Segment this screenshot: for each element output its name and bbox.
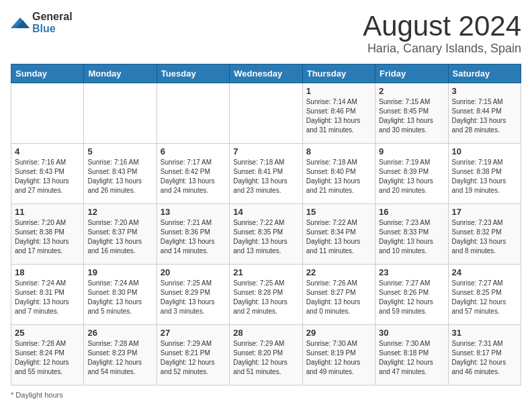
logo-text: General Blue — [32, 11, 73, 35]
header-wednesday: Wednesday — [230, 64, 302, 83]
cell-1-6: 10Sunrise: 7:19 AM Sunset: 8:38 PM Dayli… — [448, 144, 521, 204]
cell-0-3 — [230, 83, 302, 144]
info-3-1: Sunrise: 7:24 AM Sunset: 8:30 PM Dayligh… — [87, 279, 152, 316]
date-3-2: 20 — [161, 267, 226, 277]
header-tuesday: Tuesday — [157, 64, 229, 83]
info-4-3: Sunrise: 7:29 AM Sunset: 8:20 PM Dayligh… — [233, 339, 298, 377]
info-4-1: Sunrise: 7:28 AM Sunset: 8:23 PM Dayligh… — [87, 339, 152, 377]
logo-blue: Blue — [32, 23, 56, 34]
info-0-4: Sunrise: 7:14 AM Sunset: 8:46 PM Dayligh… — [306, 97, 371, 135]
date-4-2: 27 — [161, 328, 226, 338]
date-3-3: 21 — [233, 267, 298, 277]
info-3-4: Sunrise: 7:26 AM Sunset: 8:27 PM Dayligh… — [306, 279, 371, 316]
date-1-2: 6 — [161, 146, 226, 156]
cell-1-0: 4Sunrise: 7:16 AM Sunset: 8:43 PM Daylig… — [11, 144, 84, 204]
info-4-4: Sunrise: 7:30 AM Sunset: 8:19 PM Dayligh… — [306, 339, 371, 377]
date-0-6: 3 — [452, 86, 517, 96]
date-2-1: 12 — [87, 207, 152, 217]
cell-0-6: 3Sunrise: 7:15 AM Sunset: 8:44 PM Daylig… — [448, 83, 521, 144]
week-row-5: 25Sunrise: 7:28 AM Sunset: 8:24 PM Dayli… — [11, 325, 521, 385]
logo-general: General — [32, 11, 73, 22]
cell-1-3: 7Sunrise: 7:18 AM Sunset: 8:41 PM Daylig… — [230, 144, 302, 204]
info-2-2: Sunrise: 7:21 AM Sunset: 8:36 PM Dayligh… — [161, 218, 226, 256]
info-3-2: Sunrise: 7:25 AM Sunset: 8:29 PM Dayligh… — [161, 279, 226, 316]
date-3-4: 22 — [306, 267, 371, 277]
cell-1-5: 9Sunrise: 7:19 AM Sunset: 8:39 PM Daylig… — [375, 144, 448, 204]
info-2-4: Sunrise: 7:22 AM Sunset: 8:34 PM Dayligh… — [306, 218, 371, 256]
cell-3-4: 22Sunrise: 7:26 AM Sunset: 8:27 PM Dayli… — [302, 265, 375, 325]
info-1-1: Sunrise: 7:16 AM Sunset: 8:43 PM Dayligh… — [87, 158, 152, 195]
info-4-6: Sunrise: 7:31 AM Sunset: 8:17 PM Dayligh… — [452, 339, 517, 377]
cell-4-2: 27Sunrise: 7:29 AM Sunset: 8:21 PM Dayli… — [157, 325, 229, 385]
info-1-4: Sunrise: 7:18 AM Sunset: 8:40 PM Dayligh… — [306, 158, 371, 195]
info-0-6: Sunrise: 7:15 AM Sunset: 8:44 PM Dayligh… — [452, 97, 517, 135]
cell-2-1: 12Sunrise: 7:20 AM Sunset: 8:37 PM Dayli… — [84, 204, 157, 265]
date-3-6: 24 — [452, 267, 517, 277]
date-3-0: 18 — [15, 267, 80, 277]
date-1-4: 8 — [306, 146, 371, 156]
cell-2-3: 14Sunrise: 7:22 AM Sunset: 8:35 PM Dayli… — [230, 204, 302, 265]
cell-0-0 — [11, 83, 84, 144]
week-row-4: 18Sunrise: 7:24 AM Sunset: 8:31 PM Dayli… — [11, 265, 521, 325]
cell-3-0: 18Sunrise: 7:24 AM Sunset: 8:31 PM Dayli… — [11, 265, 84, 325]
cell-2-5: 16Sunrise: 7:23 AM Sunset: 8:33 PM Dayli… — [375, 204, 448, 265]
cell-4-0: 25Sunrise: 7:28 AM Sunset: 8:24 PM Dayli… — [11, 325, 84, 385]
info-3-5: Sunrise: 7:27 AM Sunset: 8:26 PM Dayligh… — [379, 279, 444, 316]
subtitle: Haria, Canary Islands, Spain — [363, 42, 521, 56]
info-4-2: Sunrise: 7:29 AM Sunset: 8:21 PM Dayligh… — [161, 339, 226, 377]
header: General Blue August 2024 Haria, Canary I… — [11, 11, 521, 56]
date-1-0: 4 — [15, 146, 80, 156]
date-0-5: 2 — [379, 86, 444, 96]
week-row-1: 1Sunrise: 7:14 AM Sunset: 8:46 PM Daylig… — [11, 83, 521, 144]
info-2-6: Sunrise: 7:23 AM Sunset: 8:32 PM Dayligh… — [452, 218, 517, 256]
cell-1-4: 8Sunrise: 7:18 AM Sunset: 8:40 PM Daylig… — [302, 144, 375, 204]
date-1-6: 10 — [452, 146, 517, 156]
info-1-5: Sunrise: 7:19 AM Sunset: 8:39 PM Dayligh… — [379, 158, 444, 195]
date-2-5: 16 — [379, 207, 444, 217]
calendar-table: SundayMondayTuesdayWednesdayThursdayFrid… — [11, 64, 521, 385]
cell-4-4: 29Sunrise: 7:30 AM Sunset: 8:19 PM Dayli… — [302, 325, 375, 385]
title-section: August 2024 Haria, Canary Islands, Spain — [363, 11, 521, 56]
date-2-2: 13 — [161, 207, 226, 217]
main-title: August 2024 — [363, 11, 521, 42]
cell-0-1 — [84, 83, 157, 144]
date-4-3: 28 — [233, 328, 298, 338]
date-0-4: 1 — [306, 86, 371, 96]
date-4-1: 26 — [87, 328, 152, 338]
header-friday: Friday — [375, 64, 448, 83]
cell-2-0: 11Sunrise: 7:20 AM Sunset: 8:38 PM Dayli… — [11, 204, 84, 265]
date-1-5: 9 — [379, 146, 444, 156]
date-4-4: 29 — [306, 328, 371, 338]
logo: General Blue — [11, 11, 73, 35]
logo-icon — [11, 15, 30, 31]
info-1-3: Sunrise: 7:18 AM Sunset: 8:41 PM Dayligh… — [233, 158, 298, 195]
cell-0-2 — [157, 83, 229, 144]
cell-2-2: 13Sunrise: 7:21 AM Sunset: 8:36 PM Dayli… — [157, 204, 229, 265]
date-3-5: 23 — [379, 267, 444, 277]
header-monday: Monday — [84, 64, 157, 83]
week-row-2: 4Sunrise: 7:16 AM Sunset: 8:43 PM Daylig… — [11, 144, 521, 204]
cell-3-2: 20Sunrise: 7:25 AM Sunset: 8:29 PM Dayli… — [157, 265, 229, 325]
calendar-header-row: SundayMondayTuesdayWednesdayThursdayFrid… — [11, 64, 521, 83]
header-saturday: Saturday — [448, 64, 521, 83]
cell-4-1: 26Sunrise: 7:28 AM Sunset: 8:23 PM Dayli… — [84, 325, 157, 385]
info-4-0: Sunrise: 7:28 AM Sunset: 8:24 PM Dayligh… — [15, 339, 80, 377]
info-3-6: Sunrise: 7:27 AM Sunset: 8:25 PM Dayligh… — [452, 279, 517, 316]
info-2-3: Sunrise: 7:22 AM Sunset: 8:35 PM Dayligh… — [233, 218, 298, 256]
cell-1-1: 5Sunrise: 7:16 AM Sunset: 8:43 PM Daylig… — [84, 144, 157, 204]
date-2-4: 15 — [306, 207, 371, 217]
week-row-3: 11Sunrise: 7:20 AM Sunset: 8:38 PM Dayli… — [11, 204, 521, 265]
cell-0-4: 1Sunrise: 7:14 AM Sunset: 8:46 PM Daylig… — [302, 83, 375, 144]
info-1-0: Sunrise: 7:16 AM Sunset: 8:43 PM Dayligh… — [15, 158, 80, 195]
info-3-3: Sunrise: 7:25 AM Sunset: 8:28 PM Dayligh… — [233, 279, 298, 316]
info-1-2: Sunrise: 7:17 AM Sunset: 8:42 PM Dayligh… — [161, 158, 226, 195]
cell-4-6: 31Sunrise: 7:31 AM Sunset: 8:17 PM Dayli… — [448, 325, 521, 385]
footer-note: * Daylight hours — [11, 391, 521, 399]
footer-text: Daylight hours — [15, 391, 62, 399]
info-0-5: Sunrise: 7:15 AM Sunset: 8:45 PM Dayligh… — [379, 97, 444, 135]
cell-4-5: 30Sunrise: 7:30 AM Sunset: 8:18 PM Dayli… — [375, 325, 448, 385]
date-2-6: 17 — [452, 207, 517, 217]
cell-2-4: 15Sunrise: 7:22 AM Sunset: 8:34 PM Dayli… — [302, 204, 375, 265]
date-4-5: 30 — [379, 328, 444, 338]
cell-3-1: 19Sunrise: 7:24 AM Sunset: 8:30 PM Dayli… — [84, 265, 157, 325]
